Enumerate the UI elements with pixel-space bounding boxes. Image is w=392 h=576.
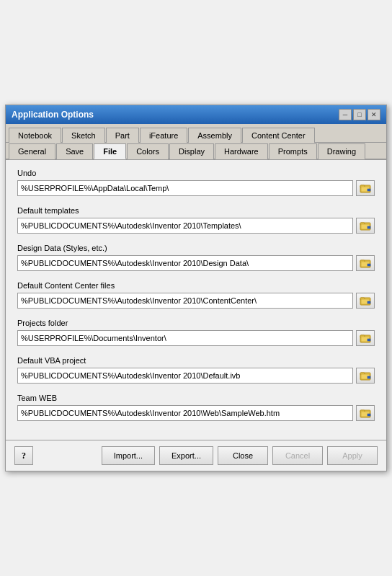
tab-assembly[interactable]: Assembly [188,128,241,143]
team-web-label: Team WEB [17,394,375,402]
cancel-button[interactable]: Cancel [272,446,323,465]
default-templates-row [17,218,375,234]
tab-sketch[interactable]: Sketch [62,128,105,143]
tab-part[interactable]: Part [106,128,139,143]
default-templates-label: Default templates [17,206,375,215]
tab-content-center[interactable]: Content Center [242,128,315,143]
tab-row-1: Notebook Sketch Part iFeature Assembly C… [6,124,386,143]
tab-notebook[interactable]: Notebook [9,128,61,143]
tab-general[interactable]: General [9,143,55,159]
projects-folder-row [17,330,375,346]
svg-rect-19 [368,339,370,341]
undo-row [17,180,375,196]
team-web-group: Team WEB [17,394,375,421]
dialog-title: Application Options [12,110,94,120]
footer-left: ? [14,446,33,465]
design-data-input[interactable] [17,255,353,271]
apply-button[interactable]: Apply [327,446,378,465]
svg-rect-27 [368,414,370,416]
projects-folder-group: Projects folder [17,319,375,346]
folder-icon [360,182,371,194]
team-web-browse-button[interactable] [356,405,375,421]
design-data-label: Design Data (Styles, etc.) [17,244,375,252]
folder-icon [360,257,371,269]
svg-rect-15 [368,301,370,303]
content-center-files-input[interactable] [17,293,353,309]
svg-rect-11 [368,264,370,266]
footer: ? Import... Export... Close Cancel Apply [6,440,386,471]
svg-rect-7 [368,226,370,229]
title-bar: Application Options ─ □ ✕ [6,105,386,124]
default-vba-group: Default VBA project [17,356,375,384]
application-options-dialog: Application Options ─ □ ✕ Notebook Sketc… [5,105,387,471]
tab-ifeature[interactable]: iFeature [140,128,187,143]
tab-hardware[interactable]: Hardware [215,143,268,159]
default-templates-input[interactable] [17,218,353,234]
folder-icon [360,220,371,231]
help-button[interactable]: ? [14,446,33,465]
folder-icon [360,370,371,381]
undo-group: Undo [17,169,375,196]
tab-drawing[interactable]: Drawing [318,143,365,159]
projects-folder-label: Projects folder [17,319,375,327]
projects-folder-input[interactable] [17,330,353,346]
content-center-files-browse-button[interactable] [356,293,375,309]
default-vba-row [17,368,375,384]
projects-folder-browse-button[interactable] [356,330,375,346]
design-data-browse-button[interactable] [356,255,375,271]
default-vba-browse-button[interactable] [356,368,375,384]
close-button[interactable]: Close [218,446,268,465]
design-data-group: Design Data (Styles, etc.) [17,244,375,271]
svg-rect-3 [368,189,370,191]
title-bar-buttons: ─ □ ✕ [339,109,380,120]
content-center-files-label: Default Content Center files [17,281,375,290]
tab-save[interactable]: Save [56,143,93,159]
tab-colors[interactable]: Colors [127,143,169,159]
minimize-button[interactable]: ─ [339,109,352,120]
tab-prompts[interactable]: Prompts [269,143,317,159]
default-vba-label: Default VBA project [17,356,375,365]
undo-input[interactable] [17,180,353,196]
design-data-row [17,255,375,271]
team-web-row [17,405,375,421]
undo-label: Undo [17,169,375,177]
export-button[interactable]: Export... [159,446,213,465]
close-window-button[interactable]: ✕ [368,109,380,120]
folder-icon [360,295,371,306]
import-button[interactable]: Import... [102,446,155,465]
content-center-files-row [17,293,375,309]
tab-row-2: General Save File Colors Display Hardwar… [6,143,386,160]
default-vba-input[interactable] [17,368,353,384]
tab-file[interactable]: File [94,143,126,159]
svg-rect-23 [368,376,370,378]
tab-display[interactable]: Display [169,143,214,159]
content-area: Undo Default templates [6,160,386,440]
team-web-input[interactable] [17,405,353,421]
undo-browse-button[interactable] [356,180,375,196]
footer-right: Import... Export... Close Cancel Apply [102,446,378,465]
content-center-files-group: Default Content Center files [17,281,375,309]
folder-icon [360,407,371,419]
default-templates-group: Default templates [17,206,375,234]
maximize-button[interactable]: □ [353,109,366,120]
folder-icon [360,332,371,344]
default-templates-browse-button[interactable] [356,218,375,234]
